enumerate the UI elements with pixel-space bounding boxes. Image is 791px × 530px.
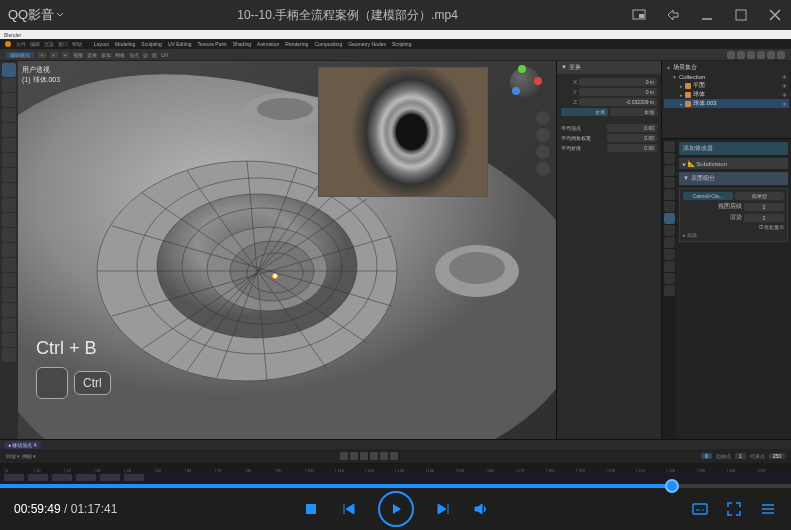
menu-window[interactable]: 窗口: [58, 41, 68, 47]
prop-tab-world-icon[interactable]: [664, 189, 675, 200]
xray-toggle-icon[interactable]: [737, 51, 745, 59]
taskbar-item[interactable]: [28, 474, 48, 481]
tool-rotate-icon[interactable]: [2, 108, 16, 122]
menu-render[interactable]: 渲染: [44, 41, 54, 47]
tab-geonodes[interactable]: Geometry Nodes: [348, 41, 386, 47]
tab-scripting[interactable]: Scripting: [392, 41, 411, 47]
subsurf-catmull[interactable]: Catmull-Cla...: [683, 192, 733, 200]
tool-loopcut-icon[interactable]: [2, 228, 16, 242]
tl-start[interactable]: 1: [735, 453, 746, 459]
tl-prev-key-icon[interactable]: [350, 452, 358, 460]
shading-wireframe-icon[interactable]: [747, 51, 755, 59]
timeline-menu[interactable]: 回放 ▾ 插帧 ▾: [6, 453, 36, 459]
tab-compositing[interactable]: Compositing: [314, 41, 342, 47]
camera-icon[interactable]: [536, 145, 550, 159]
more-button[interactable]: [759, 500, 777, 518]
tool-edgeslide-icon[interactable]: [2, 303, 16, 317]
subsurf-optimal[interactable]: ☑ 优化显示: [759, 224, 784, 230]
pip-icon[interactable]: [631, 7, 647, 23]
tl-play-icon[interactable]: [370, 452, 378, 460]
npanel-head-transform[interactable]: ▼ 变换: [557, 61, 661, 74]
tool-spin-icon[interactable]: [2, 273, 16, 287]
prop-tab-modifier-icon[interactable]: [664, 213, 675, 224]
menu-edit[interactable]: 编辑: [30, 41, 40, 47]
header-menu-uv[interactable]: UV: [161, 52, 168, 58]
outliner-item-1[interactable]: ▸球体👁: [664, 90, 789, 99]
header-menu-edge[interactable]: 边: [143, 52, 148, 58]
timeline-ruler[interactable]: 0102030405060708090100110120130140150160…: [0, 463, 791, 473]
npanel-mean-crease[interactable]: 0.00: [607, 144, 657, 152]
tool-rip-icon[interactable]: [2, 348, 16, 362]
taskbar-item[interactable]: [4, 474, 24, 481]
fullscreen-button[interactable]: [725, 500, 743, 518]
tab-rendering[interactable]: Rendering: [285, 41, 308, 47]
shading-matprev-icon[interactable]: [767, 51, 775, 59]
edge-select-icon[interactable]: ▪: [50, 52, 58, 58]
gizmo-x-axis-icon[interactable]: [534, 77, 542, 85]
prop-tab-particle-icon[interactable]: [664, 225, 675, 236]
perspective-icon[interactable]: [536, 162, 550, 176]
prop-tab-physics-icon[interactable]: [664, 237, 675, 248]
subsurf-render-levels[interactable]: 2: [744, 214, 784, 222]
header-menu-face[interactable]: 面: [152, 52, 157, 58]
tool-polybuild-icon[interactable]: [2, 258, 16, 272]
minimize-icon[interactable]: [699, 7, 715, 23]
prop-tab-viewlayer-icon[interactable]: [664, 165, 675, 176]
shading-solid-icon[interactable]: [757, 51, 765, 59]
npanel-y[interactable]: 0 m: [579, 88, 657, 96]
header-menu-add[interactable]: 添加: [101, 52, 111, 58]
gizmo-y-axis-icon[interactable]: [518, 65, 526, 73]
stop-button[interactable]: [302, 500, 320, 518]
tl-end[interactable]: 250: [769, 453, 785, 459]
ontop-icon[interactable]: [665, 7, 681, 23]
prop-tab-scene-icon[interactable]: [664, 177, 675, 188]
close-icon[interactable]: [767, 7, 783, 23]
outliner-scene-row[interactable]: ▼场景集合: [664, 63, 789, 72]
viewport-3d[interactable]: 用户透视 (1) 球体.003: [18, 61, 556, 439]
tab-shading[interactable]: Shading: [233, 41, 251, 47]
tab-sculpting[interactable]: Sculpting: [141, 41, 162, 47]
npanel-space[interactable]: 全局: [561, 108, 608, 116]
play-button[interactable]: [378, 491, 414, 527]
next-button[interactable]: [434, 500, 452, 518]
tool-measure-icon[interactable]: [2, 168, 16, 182]
viewport-gizmo[interactable]: [510, 67, 550, 107]
prev-button[interactable]: [340, 500, 358, 518]
maximize-icon[interactable]: [733, 7, 749, 23]
mode-selector[interactable]: 编辑模式: [6, 52, 34, 58]
tool-move-icon[interactable]: [2, 93, 16, 107]
tab-layout[interactable]: Layout: [94, 41, 109, 47]
modifier-subsurf-head[interactable]: ▼ 表面细分: [679, 172, 788, 185]
tool-cursor-icon[interactable]: [2, 78, 16, 92]
prop-tab-texture-icon[interactable]: [664, 285, 675, 296]
seekbar-thumb[interactable]: [665, 479, 679, 493]
tab-uvediting[interactable]: UV Editing: [168, 41, 192, 47]
menu-file[interactable]: 文件: [16, 41, 26, 47]
tl-play-rev-icon[interactable]: [360, 452, 368, 460]
header-menu-view[interactable]: 视图: [73, 52, 83, 58]
prop-tab-output-icon[interactable]: [664, 153, 675, 164]
prop-tab-data-icon[interactable]: [664, 261, 675, 272]
pan-icon[interactable]: [536, 128, 550, 142]
reference-image[interactable]: [318, 67, 488, 197]
prop-tab-constraint-icon[interactable]: [664, 249, 675, 260]
seekbar[interactable]: [0, 484, 791, 488]
tool-transform-icon[interactable]: [2, 138, 16, 152]
taskbar-item[interactable]: [124, 474, 144, 481]
subsurf-advanced[interactable]: ▸ 高级: [683, 232, 784, 238]
prop-tab-render-icon[interactable]: [664, 141, 675, 152]
header-menu-mesh[interactable]: 网格: [115, 52, 125, 58]
taskbar-item[interactable]: [100, 474, 120, 481]
tool-scale-icon[interactable]: [2, 123, 16, 137]
shading-rendered-icon[interactable]: [777, 51, 785, 59]
tl-jump-start-icon[interactable]: [340, 452, 348, 460]
tl-jump-end-icon[interactable]: [390, 452, 398, 460]
tab-texturepaint[interactable]: Texture Paint: [198, 41, 227, 47]
subsurf-viewport-levels[interactable]: 2: [744, 203, 784, 211]
tool-shrink-icon[interactable]: [2, 318, 16, 332]
header-menu-vertex[interactable]: 顶点: [129, 52, 139, 58]
outliner-item-2[interactable]: ▸球体.003👁: [664, 99, 789, 108]
tool-inset-icon[interactable]: [2, 198, 16, 212]
tool-shear-icon[interactable]: [2, 333, 16, 347]
npanel-mean-vertex[interactable]: 0.00: [607, 124, 657, 132]
